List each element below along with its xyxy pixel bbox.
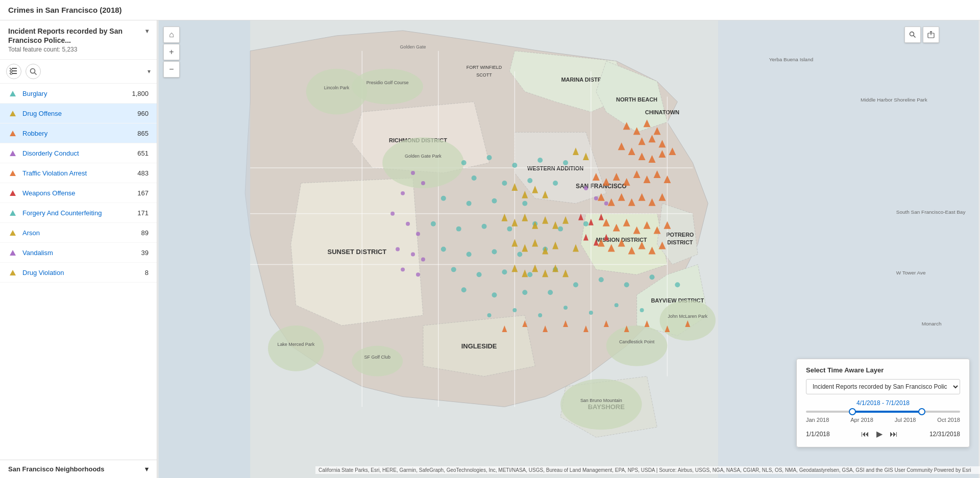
svg-point-51 — [606, 325, 668, 366]
time-slider-track[interactable] — [806, 411, 960, 413]
svg-text:San Bruno Mountain: San Bruno Mountain — [580, 398, 622, 403]
svg-point-6 — [30, 68, 35, 73]
step-forward-button[interactable]: ⏭ — [887, 428, 901, 440]
time-slider-left-thumb[interactable] — [849, 408, 856, 415]
title-text: Crimes in San Francisco (2018) — [8, 6, 122, 14]
time-axis-label-apr: Apr 2018 — [850, 417, 873, 423]
zoom-in-button[interactable]: + — [163, 44, 180, 60]
search-filter-button[interactable] — [26, 64, 41, 79]
crime-name-drug-violation: Drug Violation — [22, 269, 145, 276]
svg-text:SF Golf Club: SF Golf Club — [364, 355, 390, 360]
svg-point-187 — [512, 308, 517, 312]
step-back-button[interactable]: ⏮ — [858, 428, 872, 440]
map-search-button[interactable] — [904, 27, 921, 43]
time-axis-label-jan: Jan 2018 — [806, 417, 829, 423]
svg-point-112 — [467, 201, 472, 206]
svg-point-208 — [910, 32, 914, 36]
time-slider-fill — [852, 411, 922, 413]
crime-list-item-disorderly-conduct[interactable]: Disorderly Conduct651 — [0, 143, 157, 163]
filter-chevron[interactable]: ▾ — [148, 68, 151, 75]
svg-point-191 — [615, 303, 619, 307]
svg-point-134 — [522, 290, 527, 295]
time-slider-container — [806, 411, 960, 413]
svg-point-49 — [352, 346, 403, 376]
crime-list-item-vandalism[interactable]: Vandalism39 — [0, 243, 157, 263]
svg-point-108 — [502, 181, 507, 186]
svg-line-7 — [34, 72, 36, 74]
crime-icon-forgery-counterfeiting — [8, 208, 17, 217]
home-button[interactable]: ⌂ — [163, 27, 180, 43]
svg-point-192 — [640, 308, 644, 312]
svg-point-175 — [401, 267, 405, 271]
svg-point-139 — [649, 274, 654, 280]
map-controls: ⌂ + − — [163, 27, 180, 78]
svg-point-127 — [451, 267, 456, 272]
svg-marker-17 — [10, 270, 16, 275]
svg-text:SAN FRANCISCO: SAN FRANCISCO — [576, 183, 627, 190]
svg-marker-11 — [10, 150, 16, 156]
svg-point-105 — [537, 158, 543, 163]
svg-point-5 — [10, 72, 12, 74]
crime-icon-disorderly-conduct — [8, 148, 17, 158]
crime-list-item-traffic-violation-arrest[interactable]: Traffic Violation Arrest483 — [0, 163, 157, 183]
svg-text:South San Francisco-East Bay: South San Francisco-East Bay — [896, 209, 966, 215]
layer-count: Total feature count: 5,233 — [8, 46, 149, 57]
svg-point-186 — [487, 313, 492, 317]
time-axis: Jan 2018 Apr 2018 Jul 2018 Oct 2018 — [806, 417, 960, 423]
crime-name-forgery-counterfeiting: Forgery And Counterfeiting — [22, 209, 137, 217]
map-container[interactable]: MARINA DISTRICT NORTH BEACH CHINATOWN RI… — [157, 20, 980, 478]
time-axis-label-oct: Oct 2018 — [937, 417, 960, 423]
crime-list-item-arson[interactable]: Arson89 — [0, 223, 157, 243]
time-panel: Select Time Aware Layer Incident Reports… — [796, 359, 970, 447]
svg-point-114 — [522, 201, 527, 206]
svg-point-120 — [558, 227, 563, 232]
svg-point-115 — [431, 221, 436, 227]
layer-collapse-chevron[interactable]: ▾ — [145, 28, 149, 35]
crime-list-item-burglary[interactable]: Burglary1,800 — [0, 84, 157, 104]
svg-text:Lake Merced Park: Lake Merced Park — [277, 342, 314, 347]
crime-list-item-robbery[interactable]: Robbery865 — [0, 123, 157, 143]
svg-point-176 — [416, 272, 420, 276]
svg-line-209 — [914, 36, 916, 38]
svg-point-167 — [421, 181, 425, 185]
crime-icon-traffic-violation-arrest — [8, 168, 17, 178]
svg-point-138 — [624, 282, 629, 287]
crime-list-item-drug-violation[interactable]: Drug Violation8 — [0, 263, 157, 283]
crime-count-arson: 89 — [141, 229, 149, 237]
layer-title-text: Incident Reports recorded by San Francis… — [8, 27, 145, 45]
svg-marker-8 — [10, 91, 16, 96]
svg-point-111 — [441, 196, 446, 201]
svg-text:Golden Gate Park: Golden Gate Park — [405, 154, 442, 159]
svg-point-179 — [604, 202, 608, 206]
svg-text:POTRERO: POTRERO — [666, 232, 694, 238]
zoom-out-button[interactable]: − — [163, 61, 180, 78]
svg-point-116 — [456, 227, 461, 232]
crime-list-item-weapons-offense[interactable]: Weapons Offense167 — [0, 183, 157, 203]
crime-count-forgery-counterfeiting: 171 — [137, 209, 149, 217]
svg-point-3 — [10, 68, 12, 69]
crime-list-item-forgery-counterfeiting[interactable]: Forgery And Counterfeiting171 — [0, 203, 157, 223]
time-panel-title: Select Time Aware Layer — [806, 366, 960, 374]
svg-point-189 — [564, 306, 568, 310]
list-filter-button[interactable] — [6, 64, 21, 79]
crime-list-item-drug-offense[interactable]: Drug Offense960 — [0, 104, 157, 123]
filter-row: ▾ — [0, 60, 157, 84]
time-slider-right-thumb[interactable] — [918, 408, 925, 415]
svg-text:Yerba Buena Island: Yerba Buena Island — [769, 57, 814, 62]
svg-marker-9 — [10, 111, 16, 116]
crime-icon-weapons-offense — [8, 188, 17, 197]
crime-name-vandalism: Vandalism — [22, 249, 141, 257]
neighborhoods-section[interactable]: San Francisco Neighborhoods ▾ — [0, 460, 157, 478]
svg-point-133 — [492, 292, 497, 297]
time-layer-select[interactable]: Incident Reports recorded by San Francis… — [806, 379, 960, 394]
svg-point-136 — [573, 282, 578, 287]
svg-point-41 — [382, 137, 463, 188]
svg-point-188 — [538, 313, 542, 317]
crime-count-drug-violation: 8 — [145, 269, 149, 276]
svg-point-177 — [584, 186, 588, 190]
crime-name-arson: Arson — [22, 229, 141, 237]
play-button[interactable]: ▶ — [873, 428, 886, 440]
svg-point-173 — [411, 252, 415, 256]
map-share-button[interactable] — [923, 27, 939, 43]
crime-list: Burglary1,800Drug Offense960Robbery865Di… — [0, 84, 157, 460]
